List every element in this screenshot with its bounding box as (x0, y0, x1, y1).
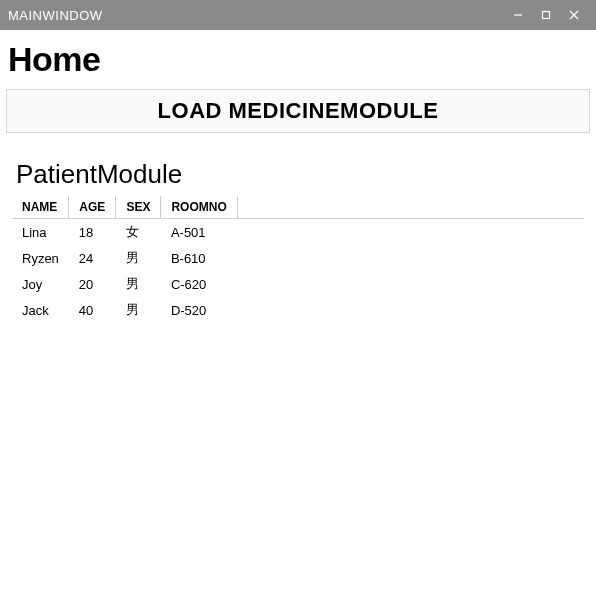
column-header-age[interactable]: AGE (69, 196, 116, 219)
cell-name: Jack (12, 297, 69, 323)
minimize-button[interactable] (504, 0, 532, 30)
cell-name: Lina (12, 219, 69, 246)
maximize-icon (541, 10, 551, 20)
table-row[interactable]: Jack 40 男 D-520 (12, 297, 584, 323)
svg-rect-1 (543, 12, 550, 19)
cell-age: 24 (69, 245, 116, 271)
cell-sex: 男 (116, 297, 161, 323)
cell-room: D-520 (161, 297, 237, 323)
main-content: Home LOAD MEDICINEMODULE PatientModule N… (0, 30, 596, 327)
cell-sex: 男 (116, 245, 161, 271)
table-header-row: NAME AGE SEX ROOMNO (12, 196, 584, 219)
module-title: PatientModule (16, 159, 590, 190)
load-medicinemodule-button[interactable]: LOAD MEDICINEMODULE (6, 89, 590, 133)
cell-room: B-610 (161, 245, 237, 271)
table-row[interactable]: Ryzen 24 男 B-610 (12, 245, 584, 271)
cell-name: Joy (12, 271, 69, 297)
cell-age: 18 (69, 219, 116, 246)
cell-sex: 男 (116, 271, 161, 297)
cell-room: C-620 (161, 271, 237, 297)
close-icon (569, 10, 579, 20)
table-row[interactable]: Lina 18 女 A-501 (12, 219, 584, 246)
column-header-sex[interactable]: SEX (116, 196, 161, 219)
maximize-button[interactable] (532, 0, 560, 30)
cell-room: A-501 (161, 219, 237, 246)
table-row[interactable]: Joy 20 男 C-620 (12, 271, 584, 297)
column-header-roomno[interactable]: ROOMNO (161, 196, 237, 219)
cell-age: 20 (69, 271, 116, 297)
cell-name: Ryzen (12, 245, 69, 271)
patient-table-wrap: NAME AGE SEX ROOMNO Lina 18 女 A-501 Ryze… (12, 196, 584, 323)
column-header-empty (237, 196, 584, 219)
page-title: Home (8, 40, 588, 79)
column-header-name[interactable]: NAME (12, 196, 69, 219)
cell-age: 40 (69, 297, 116, 323)
close-button[interactable] (560, 0, 588, 30)
patient-table: NAME AGE SEX ROOMNO Lina 18 女 A-501 Ryze… (12, 196, 584, 323)
minimize-icon (513, 10, 523, 20)
window-title: MAINWINDOW (8, 8, 103, 23)
window-titlebar: MAINWINDOW (0, 0, 596, 30)
cell-sex: 女 (116, 219, 161, 246)
